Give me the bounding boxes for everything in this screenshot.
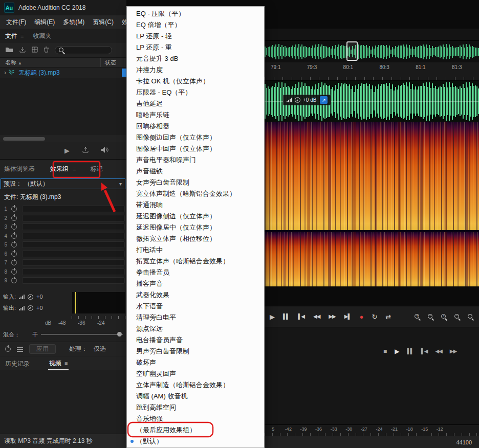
preset-menu-item[interactable]: 音乐增强 bbox=[127, 413, 264, 424]
tab-favorites[interactable]: 收藏夹 bbox=[33, 32, 51, 40]
panel-menu-icon[interactable]: ≡ bbox=[20, 33, 24, 39]
spectrogram-channel-2[interactable] bbox=[265, 232, 479, 286]
mix-slider[interactable] bbox=[41, 334, 123, 335]
preset-menu-item[interactable]: 压限器 - EQ（平） bbox=[127, 87, 264, 98]
preset-menu-item[interactable]: 打电话中 bbox=[127, 244, 264, 256]
preset-menu-item[interactable]: LP 还原 - 重 bbox=[127, 42, 264, 53]
preset-menu-item[interactable]: 拳击播音员 bbox=[127, 267, 264, 278]
video-menu-icon[interactable]: ≡ bbox=[64, 360, 68, 366]
preset-menu-item[interactable]: 冲撞力度 bbox=[127, 64, 264, 76]
column-status[interactable]: 状态 bbox=[100, 58, 124, 67]
media-grid-icon[interactable] bbox=[32, 46, 38, 55]
zoom-out-horizontal-icon[interactable]: − bbox=[454, 313, 461, 320]
preset-menu-item[interactable]: 播客声音 bbox=[127, 278, 264, 289]
rack-menu-icon[interactable]: ≡ bbox=[73, 166, 76, 172]
tab-markers[interactable]: 标记 bbox=[90, 165, 102, 173]
rack-slot[interactable]: 7 bbox=[0, 258, 126, 267]
preview-play-icon[interactable]: ▶ bbox=[64, 147, 70, 154]
rack-slot[interactable]: 2 bbox=[0, 214, 126, 223]
menubar-item[interactable]: 多轨(M) bbox=[63, 18, 84, 27]
files-hscroll-thumb[interactable] bbox=[3, 137, 45, 141]
play-icon[interactable]: ▶ bbox=[395, 348, 399, 355]
rack-slot[interactable]: 4 bbox=[0, 232, 126, 241]
overview-waveform[interactable] bbox=[265, 41, 479, 62]
menubar-item[interactable]: 编辑(E) bbox=[34, 18, 55, 27]
effect-slot[interactable] bbox=[22, 277, 125, 284]
search-input[interactable] bbox=[55, 46, 112, 54]
preset-menu-item[interactable]: 图像居中回声（仅立体声） bbox=[127, 143, 264, 154]
effect-slot[interactable] bbox=[22, 215, 125, 221]
timeline-ruler[interactable]: 79:179:380:180:381:181:3 bbox=[265, 62, 479, 81]
preset-menu-item[interactable]: 拓宽立体声（哈斯铝合金效果） bbox=[127, 256, 264, 267]
power-icon[interactable] bbox=[11, 206, 17, 212]
skip-start-icon[interactable]: ▌◀ bbox=[298, 314, 304, 319]
preset-menu-item[interactable]: 电台播音员声音 bbox=[127, 334, 264, 346]
preset-menu-item[interactable]: 带通混响 bbox=[127, 199, 264, 211]
zoom-in-horizontal-icon[interactable]: + bbox=[441, 313, 447, 320]
power-icon[interactable] bbox=[11, 224, 17, 230]
input-gain-knob[interactable] bbox=[28, 294, 33, 300]
hud-expand-icon[interactable]: ↗ bbox=[320, 96, 328, 104]
tab-files[interactable]: 文件 bbox=[5, 32, 17, 40]
fast-forward-icon[interactable]: ▶▶ bbox=[450, 349, 456, 354]
pause-icon[interactable]: ▌▌ bbox=[407, 349, 413, 354]
preset-menu-item[interactable]: 清理旁白电平 bbox=[127, 312, 264, 323]
preset-menu-item[interactable]: 延迟图像居中（仅立体声） bbox=[127, 222, 264, 233]
import-file-icon[interactable] bbox=[19, 46, 26, 55]
tab-effects-rack[interactable]: 效果组 bbox=[50, 165, 69, 173]
files-list-empty-area[interactable] bbox=[0, 78, 126, 135]
overview-selection-marker[interactable] bbox=[346, 41, 358, 61]
power-icon[interactable] bbox=[11, 215, 17, 221]
preset-menu-item[interactable]: 延迟图像侧边（仅立体声） bbox=[127, 211, 264, 222]
power-icon[interactable] bbox=[11, 278, 17, 283]
rack-slot[interactable]: 5 bbox=[0, 240, 126, 250]
preset-menu-item[interactable]: 男声旁白齿音限制 bbox=[127, 346, 264, 357]
record-icon[interactable]: ● bbox=[360, 313, 363, 320]
power-icon[interactable] bbox=[11, 260, 17, 265]
power-icon[interactable] bbox=[11, 242, 17, 248]
fast-forward-icon[interactable]: ▶▶ bbox=[329, 314, 335, 319]
preset-menu-item[interactable]: 调幅 (AM) 收音机 bbox=[127, 391, 264, 402]
power-icon[interactable] bbox=[11, 233, 17, 239]
effect-slot[interactable] bbox=[22, 223, 125, 230]
preset-menu-item[interactable]: 武器化效果 bbox=[127, 289, 264, 301]
preset-menu-item[interactable]: 声音磁铁 bbox=[127, 166, 264, 177]
play-icon[interactable]: ▶ bbox=[270, 313, 274, 320]
effect-slot[interactable] bbox=[22, 268, 125, 275]
effect-slot[interactable] bbox=[22, 251, 125, 257]
effect-slot[interactable] bbox=[22, 233, 125, 239]
skip-end-icon[interactable]: ▶▌ bbox=[344, 314, 351, 319]
spectrogram-channel-1[interactable] bbox=[265, 122, 479, 230]
rack-slot[interactable]: 3 bbox=[0, 222, 126, 232]
preset-menu-item[interactable]: EQ - 压限（平） bbox=[127, 8, 264, 19]
effect-slot[interactable] bbox=[22, 241, 125, 248]
export-icon[interactable] bbox=[82, 147, 89, 154]
effect-slot[interactable] bbox=[22, 206, 125, 212]
preset-menu-item[interactable]: 女声旁白齿音限制 bbox=[127, 177, 264, 188]
open-folder-icon[interactable] bbox=[5, 46, 13, 55]
preset-menu-item[interactable]: 跳到高维空间 bbox=[127, 402, 264, 413]
rack-slot[interactable]: 6 bbox=[0, 250, 126, 259]
tab-video[interactable]: 视频 ≡ bbox=[48, 357, 69, 370]
preset-menu-item[interactable]: 微拓宽立体声（相位移位） bbox=[127, 233, 264, 244]
mix-slider-handle[interactable] bbox=[117, 332, 122, 337]
preset-menu-item-last-applied[interactable]: （最后应用效果组） bbox=[127, 424, 264, 436]
zoom-in-icon[interactable]: + bbox=[414, 313, 421, 320]
menubar-item[interactable]: 剪辑(C) bbox=[93, 18, 114, 27]
skip-start-icon[interactable]: ▌◀ bbox=[421, 349, 428, 354]
zoom-out-icon[interactable]: − bbox=[427, 313, 434, 320]
zoom-selection-icon[interactable] bbox=[467, 313, 474, 320]
preset-menu-item[interactable]: 吉他延迟 bbox=[127, 98, 264, 109]
column-name[interactable]: 名称▲ bbox=[0, 59, 100, 66]
preset-menu-item-default[interactable]: （默认） bbox=[127, 436, 264, 447]
power-icon[interactable] bbox=[11, 251, 17, 257]
rack-slot[interactable]: 9 bbox=[0, 276, 126, 285]
apply-button[interactable]: 应用 bbox=[29, 344, 56, 354]
rack-slot[interactable]: 8 bbox=[0, 267, 126, 277]
rewind-icon[interactable]: ◀◀ bbox=[435, 349, 442, 354]
power-icon[interactable] bbox=[11, 269, 17, 275]
speaker-icon[interactable] bbox=[101, 147, 109, 154]
rewind-icon[interactable]: ◀◀ bbox=[313, 314, 320, 319]
preset-menu-item[interactable]: 嘻哈声乐链 bbox=[127, 109, 264, 121]
output-gain-knob[interactable] bbox=[28, 305, 33, 311]
